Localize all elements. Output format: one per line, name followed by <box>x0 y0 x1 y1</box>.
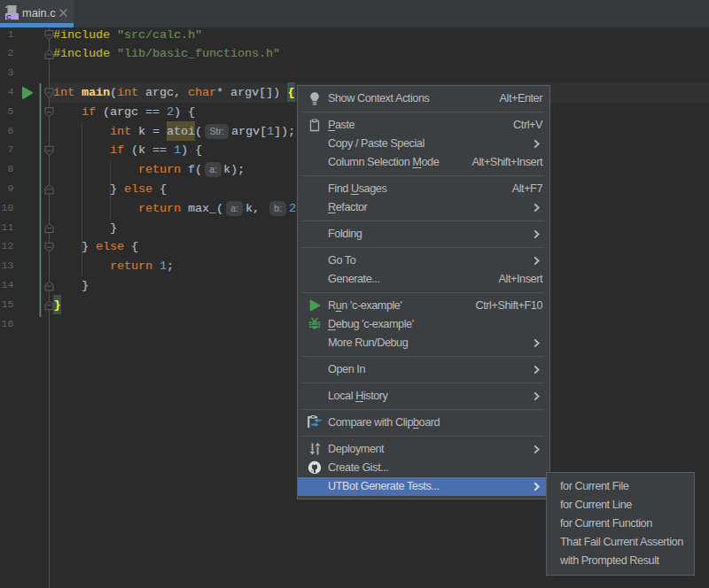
svg-text:C: C <box>6 13 12 21</box>
